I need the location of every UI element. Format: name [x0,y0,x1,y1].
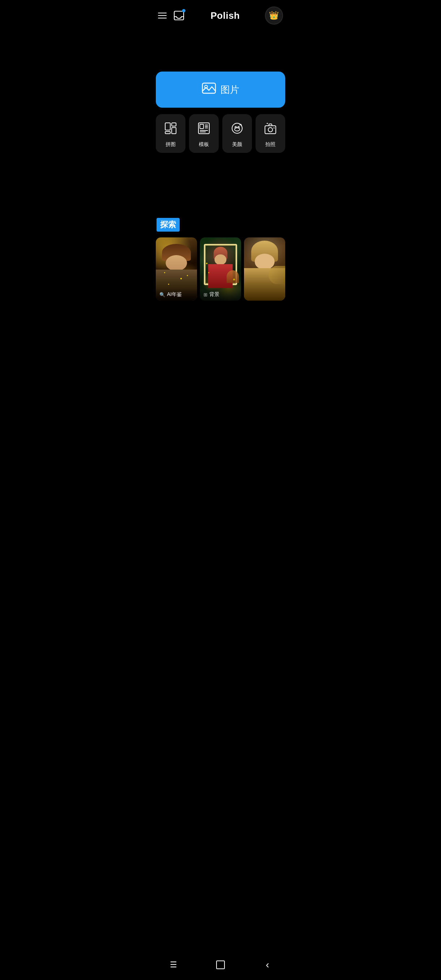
background-label: 背景 [209,291,220,298]
svg-rect-8 [200,124,204,129]
beauty-icon [231,122,243,137]
svg-rect-5 [172,127,176,134]
svg-point-19 [274,127,275,129]
crown-icon: 👑 [269,11,279,20]
explore-card-background[interactable]: ⊞ 背景 [200,237,241,301]
svg-point-16 [238,126,239,128]
header-left [158,9,185,22]
inbox-button[interactable] [172,9,185,22]
ai-yearbook-icon: 🔍 [159,292,165,298]
card-person-3 [244,241,285,301]
inbox-notification-dot [182,9,185,12]
template-label: 模板 [199,141,209,148]
main-content: 图片 拼图 [150,72,291,301]
tool-collage[interactable]: 拼图 [156,114,185,153]
image-icon [202,82,216,97]
explore-card-third[interactable] [244,237,285,301]
upload-section: 图片 [156,72,285,108]
collage-label: 拼图 [166,141,176,148]
beauty-label: 美颜 [232,141,242,148]
app-title: Polish [210,10,240,21]
svg-rect-4 [172,123,176,126]
svg-point-14 [232,123,242,133]
svg-point-18 [268,127,272,132]
explore-title: 探索 [156,218,180,232]
svg-rect-6 [165,132,170,134]
upload-label: 图片 [221,83,239,96]
header: Polish 👑 [150,0,291,28]
svg-rect-17 [265,126,276,134]
upload-button[interactable]: 图片 [156,72,285,108]
camera-icon [264,122,277,137]
camera-label: 拍照 [265,141,275,148]
card-food [227,270,239,283]
explore-card-ai-yearbook[interactable]: 🔍 AI年鉴 [156,237,197,301]
svg-rect-3 [165,123,170,130]
tool-grid: 拼图 模板 [156,114,285,153]
explore-grid: 🔍 AI年鉴 [156,237,285,301]
background-icon: ⊞ [204,292,207,298]
template-icon [198,122,210,137]
tool-beauty[interactable]: 美颜 [222,114,252,153]
explore-section: 探索 [156,218,285,301]
tool-template[interactable]: 模板 [189,114,219,153]
menu-button[interactable] [158,13,167,18]
card-label-background: ⊞ 背景 [200,288,241,301]
explore-header: 探索 [156,218,285,232]
card-label-ai-yearbook: 🔍 AI年鉴 [156,288,197,301]
tool-camera[interactable]: 拍照 [256,114,285,153]
collage-icon [164,122,177,137]
svg-point-15 [235,126,236,128]
ai-yearbook-label: AI年鉴 [167,291,182,298]
premium-button[interactable]: 👑 [265,6,283,25]
